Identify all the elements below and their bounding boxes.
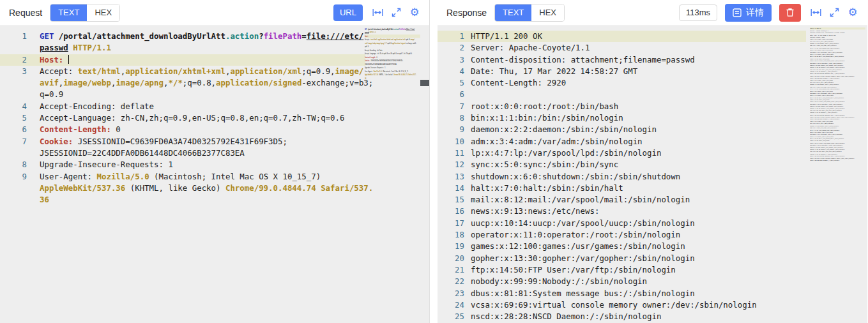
code-line: avif,image/webp,image/apng,*/*;q=0.8,app… [365,41,420,45]
url-button[interactable]: URL [333,4,363,21]
request-title: Request [9,8,42,18]
response-editor[interactable]: 1HTTP/1.1 200 OK2Server: Apache-Coyote/1… [438,26,867,323]
code-line[interactable]: 21ftp:x:14:50:FTP User:/var/ftp:/sbin/no… [438,264,806,276]
http-history-detail: Request TEXT HEX URL ⚙ [0,0,868,323]
code-line[interactable]: 17uucp:x:10:14:uucp:/var/spool/uucp:/sbi… [438,218,806,229]
settings-icon[interactable]: ⚙ [409,7,420,19]
line-number: 2 [438,42,467,54]
line-number [0,89,29,100]
code-line: 36 [365,77,420,80]
request-panel: Request TEXT HEX URL ⚙ [0,0,430,323]
response-title: Response [446,8,487,18]
code-line[interactable]: JSESSIONID=22C4DDFA0DB61448DC4066B2377C8… [0,147,365,159]
code-line[interactable]: 24vcsa:x:69:69:virtual console memory ow… [438,299,806,311]
line-number [0,147,29,159]
tab-hex[interactable]: HEX [531,4,564,21]
delete-button[interactable] [779,4,801,22]
line-number: 14 [438,183,467,194]
code-line[interactable]: 2Host: [0,54,365,66]
request-editor[interactable]: 1GET /portal/attachment_downloadByUrlAtt… [0,26,429,323]
line-number: 1 [0,31,29,42]
tab-hex[interactable]: HEX [87,4,119,21]
code-line[interactable]: 36 [0,194,365,206]
code-line[interactable]: 4Date: Thu, 17 Mar 2022 14:58:27 GMT [438,66,806,77]
code-line[interactable]: 7root:x:0:0:root:/root:/bin/bash [438,101,806,112]
code-line[interactable]: 18operator:x:11:0:operator:/root:/sbin/n… [438,229,806,241]
line-number: 9 [438,124,467,135]
code-line[interactable]: avif,image/webp,image/apng,*/*;q=0.8,app… [0,77,365,89]
details-button[interactable]: 详情 [725,4,772,22]
code-line[interactable]: 6Content-Length: 0 [0,124,365,135]
code-line[interactable]: 3Accept: text/html,application/xhtml+xml… [0,66,365,77]
fit-width-icon[interactable] [372,7,383,19]
code-line[interactable]: 11lp:x:4:7:lp:/var/spool/lpd:/sbin/nolog… [438,147,806,159]
line-number: 8 [0,159,29,170]
request-minimap[interactable]: 1GET /portal/attachment_downloadByUrlAtt… [365,27,420,323]
code-line[interactable]: 19games:x:12:100:games:/usr/games:/sbin/… [438,241,806,252]
code-line: 25nscd:x:28:28:NSCD Daemon:/:/sbin/nolog… [810,159,865,161]
code-line[interactable]: AppleWebKit/537.36 (KHTML, like Gecko) C… [0,183,365,194]
code-line[interactable]: 9daemon:x:2:2:daemon:/sbin:/sbin/nologin [438,124,806,135]
code-line[interactable]: 5Content-Length: 2920 [438,77,806,89]
fullscreen-icon[interactable] [390,7,402,19]
code-line[interactable]: 15mail:x:8:12:mail:/var/spool/mail:/sbin… [438,194,806,206]
request-scrollbar[interactable] [420,26,429,323]
line-number: 10 [438,136,467,147]
line-number: 18 [438,229,467,241]
line-number: 2 [0,54,29,66]
line-number: 7 [0,136,29,147]
code-line[interactable]: 25nscd:x:28:28:NSCD Daemon:/:/sbin/nolog… [438,311,806,322]
response-header: Response TEXT HEX 113ms 详情 [438,0,867,26]
request-scrollbar-thumb[interactable] [420,80,429,86]
line-number: 4 [438,66,467,77]
code-line[interactable]: 5Accept-Language: zh-CN,zh;q=0.9,en-US;q… [0,112,365,124]
code-line[interactable]: 12sync:x:5:0:sync:/sbin:/bin/sync [438,159,806,170]
code-line[interactable]: 2Server: Apache-Coyote/1.1 [438,42,806,54]
line-number: 6 [438,89,467,100]
code-line[interactable]: passwd HTTP/1.1 [0,42,365,54]
line-number: 12 [438,159,467,170]
code-line: AppleWebKit/537.36 (KHTML, like Gecko) C… [365,73,420,76]
line-number: 22 [438,276,467,287]
line-number: 4 [0,101,29,112]
code-line[interactable]: 4Accept-Encoding: deflate [0,101,365,112]
details-icon [733,8,742,17]
code-line[interactable]: 13shutdown:x:6:0:shutdown:/sbin:/sbin/sh… [438,171,806,183]
fit-width-icon[interactable] [810,7,821,19]
response-toolbar-icons: ⚙ [810,7,858,19]
line-number: 19 [438,241,467,252]
code-line[interactable]: 14halt:x:7:0:halt:/sbin:/sbin/halt [438,183,806,194]
tab-text[interactable]: TEXT [50,4,87,21]
tab-text[interactable]: TEXT [495,4,531,21]
code-line[interactable]: 7Cookie: JSESSIONID=C9639FD0A3A74D032579… [0,136,365,147]
line-number: 3 [438,54,467,66]
code-line[interactable]: 8bin:x:1:1:bin:/bin:/sbin/nologin [438,112,806,124]
line-number: 5 [0,112,29,124]
line-number [0,42,29,54]
line-number: 24 [438,299,467,311]
code-line[interactable]: 20gopher:x:13:30:gopher:/var/gopher:/sbi… [438,253,806,264]
request-header: Request TEXT HEX URL ⚙ [0,0,429,26]
fullscreen-icon[interactable] [828,7,840,19]
code-line[interactable]: 1HTTP/1.1 200 OK [438,31,806,42]
request-minimap-content: 1GET /portal/attachment_downloadByUrlAtt… [365,27,420,80]
line-number [0,194,29,206]
text-cursor [68,55,70,64]
trash-icon [786,8,795,17]
code-line[interactable]: 6 [438,89,806,100]
code-line[interactable]: 1GET /portal/attachment_downloadByUrlAtt… [0,31,365,42]
response-panel: Response TEXT HEX 113ms 详情 [438,0,867,323]
request-toolbar-icons: ⚙ [372,7,420,19]
code-line[interactable]: 8Upgrade-Insecure-Requests: 1 [0,159,365,170]
line-number: 16 [438,206,467,217]
code-line[interactable]: 3Content-disposition: attachment;filenam… [438,54,806,66]
code-line[interactable]: 10adm:x:3:4:adm:/var/adm:/sbin/nologin [438,136,806,147]
code-line[interactable]: 9User-Agent: Mozilla/5.0 (Macintosh; Int… [0,171,365,183]
code-line[interactable]: 16news:x:9:13:news:/etc/news: [438,206,806,217]
settings-icon[interactable]: ⚙ [847,7,858,19]
line-number: 23 [438,288,467,299]
code-line[interactable]: 23dbus:x:81:81:System message bus:/:/sbi… [438,288,806,299]
response-minimap[interactable]: 1HTTP/1.1 200 OK2Server: Apache-Coyote/1… [810,27,866,323]
code-line[interactable]: 22nobody:x:99:99:Nobody:/:/sbin/nologin [438,276,806,287]
code-line[interactable]: q=0.9 [0,89,365,100]
